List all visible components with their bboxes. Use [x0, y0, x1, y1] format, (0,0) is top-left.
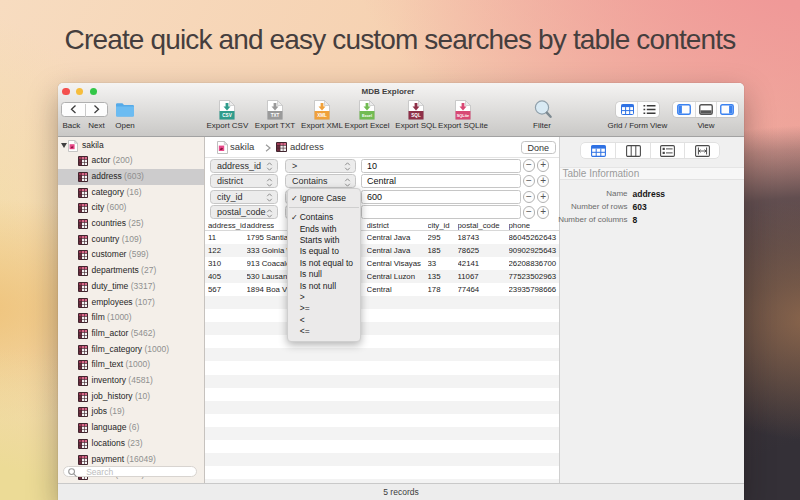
svg-text:CSV: CSV [223, 113, 233, 118]
svg-text:SQL: SQL [411, 113, 421, 118]
svg-text:XML: XML [317, 113, 327, 118]
svg-text:TXT: TXT [271, 113, 280, 118]
svg-text:SQLite: SQLite [457, 113, 470, 118]
svg-text:Excel: Excel [362, 113, 372, 118]
